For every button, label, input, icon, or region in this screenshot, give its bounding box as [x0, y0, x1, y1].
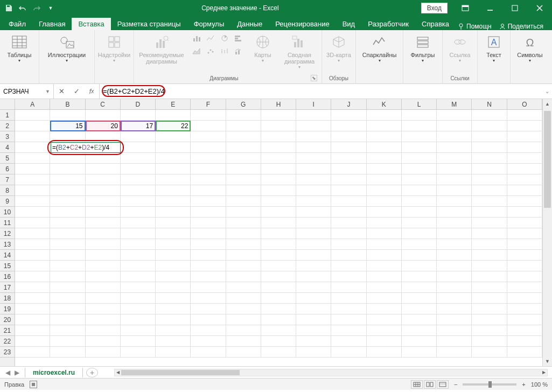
cell[interactable]: [402, 282, 437, 293]
fx-icon[interactable]: fx: [84, 84, 99, 99]
cancel-formula-icon[interactable]: ✕: [54, 84, 69, 99]
cell[interactable]: [226, 261, 261, 271]
cell[interactable]: [156, 153, 191, 164]
cell[interactable]: [15, 121, 50, 131]
cell[interactable]: [15, 207, 50, 218]
cell[interactable]: [261, 153, 296, 164]
cell[interactable]: [121, 196, 156, 207]
cell[interactable]: [50, 314, 85, 325]
cell[interactable]: [472, 228, 507, 239]
cell[interactable]: [472, 174, 507, 185]
row-header[interactable]: 13: [0, 239, 15, 250]
cell[interactable]: [437, 304, 472, 314]
cell[interactable]: [86, 164, 121, 174]
cell[interactable]: [261, 142, 296, 153]
enter-formula-icon[interactable]: ✓: [69, 84, 84, 99]
cell[interactable]: [226, 325, 261, 336]
view-pagebreak-icon[interactable]: [437, 380, 449, 389]
cell[interactable]: [296, 347, 331, 358]
text-button[interactable]: A Текст▾: [481, 32, 507, 64]
cell[interactable]: [402, 218, 437, 228]
chart-column-icon[interactable]: [190, 32, 203, 44]
cell[interactable]: [331, 207, 366, 218]
cell[interactable]: [402, 196, 437, 207]
cell[interactable]: [507, 271, 542, 282]
cell[interactable]: [507, 228, 542, 239]
cell[interactable]: [261, 304, 296, 314]
cell[interactable]: [86, 239, 121, 250]
cell[interactable]: [15, 250, 50, 261]
pivotchart-button[interactable]: Сводная диаграмма▾: [281, 32, 318, 71]
cell[interactable]: [121, 261, 156, 271]
cell[interactable]: [261, 325, 296, 336]
cell[interactable]: [86, 185, 121, 196]
cell[interactable]: [191, 131, 226, 142]
cell[interactable]: [507, 250, 542, 261]
cell[interactable]: [367, 142, 402, 153]
cell[interactable]: [402, 228, 437, 239]
cell[interactable]: [191, 250, 226, 261]
cell[interactable]: [367, 347, 402, 358]
dialog-launcher-icon[interactable]: ⬊: [311, 75, 317, 81]
cell[interactable]: [156, 131, 191, 142]
cell[interactable]: [507, 110, 542, 121]
chart-combo-icon[interactable]: [232, 45, 245, 57]
tab-insert[interactable]: Вставка: [72, 18, 110, 30]
cell[interactable]: [367, 131, 402, 142]
cell[interactable]: [50, 110, 85, 121]
row-header[interactable]: 9: [0, 196, 15, 207]
cell[interactable]: [86, 282, 121, 293]
row-header[interactable]: 2: [0, 121, 15, 131]
cell[interactable]: [402, 131, 437, 142]
cell[interactable]: [191, 121, 226, 131]
cell[interactable]: [86, 207, 121, 218]
cell[interactable]: [86, 228, 121, 239]
cell[interactable]: [437, 314, 472, 325]
cell[interactable]: [191, 174, 226, 185]
row-header[interactable]: 10: [0, 207, 15, 218]
cell[interactable]: [50, 164, 85, 174]
scroll-right-icon[interactable]: ▶: [541, 369, 547, 376]
cell[interactable]: [331, 218, 366, 228]
row-header[interactable]: 3: [0, 131, 15, 142]
cell[interactable]: [50, 304, 85, 314]
tab-file[interactable]: Файл: [2, 18, 32, 30]
cell[interactable]: [50, 185, 85, 196]
tell-me[interactable]: Помощн: [458, 23, 492, 30]
cell[interactable]: [402, 347, 437, 358]
cell[interactable]: [226, 218, 261, 228]
cell[interactable]: [507, 282, 542, 293]
tables-button[interactable]: Таблицы▾: [3, 32, 36, 64]
cell[interactable]: [331, 164, 366, 174]
cell[interactable]: [261, 164, 296, 174]
link-button[interactable]: Ссылка▾: [446, 32, 474, 64]
row-header[interactable]: 20: [0, 314, 15, 325]
cell[interactable]: [331, 347, 366, 358]
row-header[interactable]: 11: [0, 218, 15, 228]
macro-record-icon[interactable]: [30, 381, 37, 388]
cell[interactable]: [402, 110, 437, 121]
col-header[interactable]: K: [367, 99, 402, 109]
cell[interactable]: [367, 325, 402, 336]
cell[interactable]: [261, 196, 296, 207]
cell[interactable]: [15, 314, 50, 325]
cell[interactable]: [15, 142, 50, 153]
cell[interactable]: [156, 142, 191, 153]
cell[interactable]: [261, 250, 296, 261]
row-header[interactable]: 6: [0, 164, 15, 174]
cell[interactable]: [226, 110, 261, 121]
cell[interactable]: [472, 336, 507, 347]
maps-button[interactable]: Карты▾: [249, 32, 276, 64]
cell[interactable]: [472, 131, 507, 142]
cell[interactable]: [15, 239, 50, 250]
cell[interactable]: [296, 271, 331, 282]
cell[interactable]: [156, 164, 191, 174]
cell[interactable]: [507, 347, 542, 358]
cell[interactable]: [296, 239, 331, 250]
cell[interactable]: [331, 121, 366, 131]
cell[interactable]: [261, 228, 296, 239]
cell[interactable]: [402, 142, 437, 153]
cell[interactable]: [121, 164, 156, 174]
cell[interactable]: [296, 336, 331, 347]
col-header[interactable]: D: [121, 99, 156, 109]
